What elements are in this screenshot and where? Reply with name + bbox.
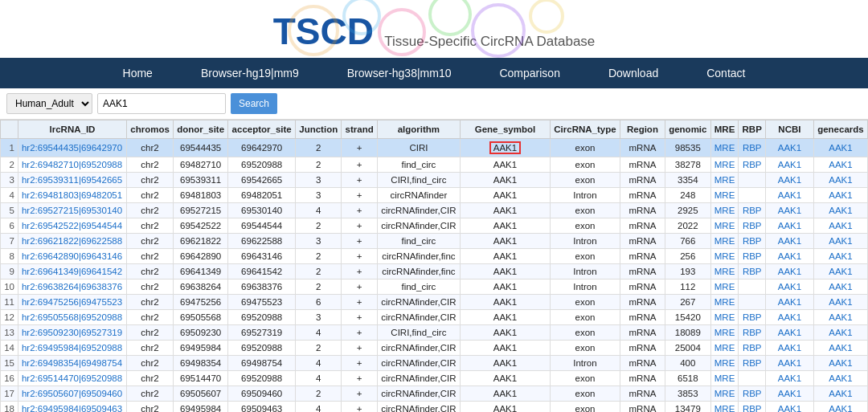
row-mre[interactable]: MRE <box>710 249 739 264</box>
row-mre[interactable]: MRE <box>710 264 739 279</box>
row-ncbi[interactable]: AAK1 <box>765 341 813 356</box>
row-id[interactable]: hr2:69482710|69520988 <box>18 157 126 173</box>
row-id[interactable]: hr2:69475256|69475523 <box>18 295 126 310</box>
row-mre[interactable]: MRE <box>710 218 739 234</box>
row-genecards[interactable]: AAK1 <box>813 218 867 234</box>
nav-contact[interactable]: Contact <box>682 58 769 88</box>
table-row[interactable]: 7hr2:69621822|69622588chr269621822696225… <box>1 234 868 249</box>
search-input[interactable] <box>97 93 226 114</box>
row-ncbi[interactable]: AAK1 <box>765 325 813 341</box>
nav-download[interactable]: Download <box>584 58 682 88</box>
row-mre[interactable]: MRE <box>710 341 739 356</box>
nav-browser-hg19[interactable]: Browser-hg19|mm9 <box>177 58 323 88</box>
row-mre[interactable]: MRE <box>710 173 739 188</box>
table-row[interactable]: 1hr2:69544435|69642970chr269544435696429… <box>1 139 868 157</box>
row-mre[interactable]: MRE <box>710 295 739 310</box>
row-mre[interactable]: MRE <box>710 325 739 341</box>
table-row[interactable]: 17hr2:69505607|69509460chr26950560769509… <box>1 386 868 402</box>
row-mre[interactable]: MRE <box>710 234 739 249</box>
row-id[interactable]: hr2:69514470|69520988 <box>18 371 126 386</box>
row-rbp[interactable]: RBP <box>739 402 766 413</box>
row-genecards[interactable]: AAK1 <box>813 188 867 203</box>
row-mre[interactable]: MRE <box>710 371 739 386</box>
row-genecards[interactable]: AAK1 <box>813 157 867 173</box>
row-ncbi[interactable]: AAK1 <box>765 249 813 264</box>
row-id[interactable]: hr2:69481803|69482051 <box>18 188 126 203</box>
row-ncbi[interactable]: AAK1 <box>765 234 813 249</box>
row-rbp[interactable]: RBP <box>739 341 766 356</box>
row-ncbi[interactable]: AAK1 <box>765 402 813 413</box>
row-genecards[interactable]: AAK1 <box>813 325 867 341</box>
row-id[interactable]: hr2:69509230|69527319 <box>18 325 126 341</box>
row-id[interactable]: hr2:69621822|69622588 <box>18 234 126 249</box>
row-genecards[interactable]: AAK1 <box>813 279 867 295</box>
row-rbp[interactable]: RBP <box>739 157 766 173</box>
nav-browser-hg38[interactable]: Browser-hg38|mm10 <box>323 58 476 88</box>
nav-home[interactable]: Home <box>99 58 177 88</box>
table-row[interactable]: 2hr2:69482710|69520988chr269482710695209… <box>1 157 868 173</box>
table-row[interactable]: 4hr2:69481803|69482051chr269481803694820… <box>1 188 868 203</box>
row-id[interactable]: hr2:69505607|69509460 <box>18 386 126 402</box>
row-ncbi[interactable]: AAK1 <box>765 264 813 279</box>
row-mre[interactable]: MRE <box>710 356 739 371</box>
table-row[interactable]: 11hr2:69475256|69475523chr26947525669475… <box>1 295 868 310</box>
row-mre[interactable]: MRE <box>710 279 739 295</box>
row-id[interactable]: hr2:69539311|69542665 <box>18 173 126 188</box>
table-row[interactable]: 18hr2:69495984|69509463chr26949598469509… <box>1 402 868 413</box>
row-genecards[interactable]: AAK1 <box>813 203 867 218</box>
row-ncbi[interactable]: AAK1 <box>765 279 813 295</box>
row-rbp[interactable]: RBP <box>739 249 766 264</box>
row-id[interactable]: hr2:69544435|69642970 <box>18 139 126 157</box>
nav-comparison[interactable]: Comparison <box>475 58 583 88</box>
row-id[interactable]: hr2:69498354|69498754 <box>18 356 126 371</box>
table-row[interactable]: 9hr2:69641349|69641542chr269641349696415… <box>1 264 868 279</box>
row-ncbi[interactable]: AAK1 <box>765 386 813 402</box>
row-id[interactable]: hr2:69638264|69638376 <box>18 279 126 295</box>
row-rbp[interactable]: RBP <box>739 310 766 325</box>
row-mre[interactable]: MRE <box>710 402 739 413</box>
row-genecards[interactable]: AAK1 <box>813 173 867 188</box>
table-row[interactable]: 8hr2:69642890|69643146chr269642890696431… <box>1 249 868 264</box>
table-row[interactable]: 14hr2:69495984|69520988chr26949598469520… <box>1 341 868 356</box>
row-genecards[interactable]: AAK1 <box>813 356 867 371</box>
species-select[interactable]: Human_Adult Human_Fetal Mouse_Adult <box>6 93 92 114</box>
row-mre[interactable]: MRE <box>710 157 739 173</box>
row-genecards[interactable]: AAK1 <box>813 310 867 325</box>
table-row[interactable]: 3hr2:69539311|69542665chr269539311695426… <box>1 173 868 188</box>
row-genecards[interactable]: AAK1 <box>813 295 867 310</box>
row-genecards[interactable]: AAK1 <box>813 264 867 279</box>
row-id[interactable]: hr2:69542522|69544544 <box>18 218 126 234</box>
row-ncbi[interactable]: AAK1 <box>765 157 813 173</box>
row-ncbi[interactable]: AAK1 <box>765 310 813 325</box>
row-genecards[interactable]: AAK1 <box>813 341 867 356</box>
table-row[interactable]: 5hr2:69527215|69530140chr269527215695301… <box>1 203 868 218</box>
row-mre[interactable]: MRE <box>710 203 739 218</box>
row-rbp[interactable]: RBP <box>739 325 766 341</box>
table-row[interactable]: 16hr2:69514470|69520988chr26951447069520… <box>1 371 868 386</box>
row-rbp[interactable]: RBP <box>739 139 766 157</box>
row-ncbi[interactable]: AAK1 <box>765 188 813 203</box>
row-genecards[interactable]: AAK1 <box>813 249 867 264</box>
search-button[interactable]: Search <box>231 93 277 114</box>
row-ncbi[interactable]: AAK1 <box>765 371 813 386</box>
row-id[interactable]: hr2:69641349|69641542 <box>18 264 126 279</box>
table-row[interactable]: 15hr2:69498354|69498754chr26949835469498… <box>1 356 868 371</box>
row-rbp[interactable]: RBP <box>739 218 766 234</box>
row-id[interactable]: hr2:69527215|69530140 <box>18 203 126 218</box>
row-ncbi[interactable]: AAK1 <box>765 173 813 188</box>
table-row[interactable]: 6hr2:69542522|69544544chr269542522695445… <box>1 218 868 234</box>
row-ncbi[interactable]: AAK1 <box>765 218 813 234</box>
row-id[interactable]: hr2:69642890|69643146 <box>18 249 126 264</box>
row-genecards[interactable]: AAK1 <box>813 402 867 413</box>
row-mre[interactable]: MRE <box>710 310 739 325</box>
row-id[interactable]: hr2:69495984|69520988 <box>18 341 126 356</box>
row-genecards[interactable]: AAK1 <box>813 234 867 249</box>
row-id[interactable]: hr2:69505568|69520988 <box>18 310 126 325</box>
row-ncbi[interactable]: AAK1 <box>765 356 813 371</box>
row-id[interactable]: hr2:69495984|69509463 <box>18 402 126 413</box>
row-rbp[interactable]: RBP <box>739 386 766 402</box>
row-genecards[interactable]: AAK1 <box>813 139 867 157</box>
row-genecards[interactable]: AAK1 <box>813 371 867 386</box>
row-genecards[interactable]: AAK1 <box>813 386 867 402</box>
row-rbp[interactable]: RBP <box>739 234 766 249</box>
